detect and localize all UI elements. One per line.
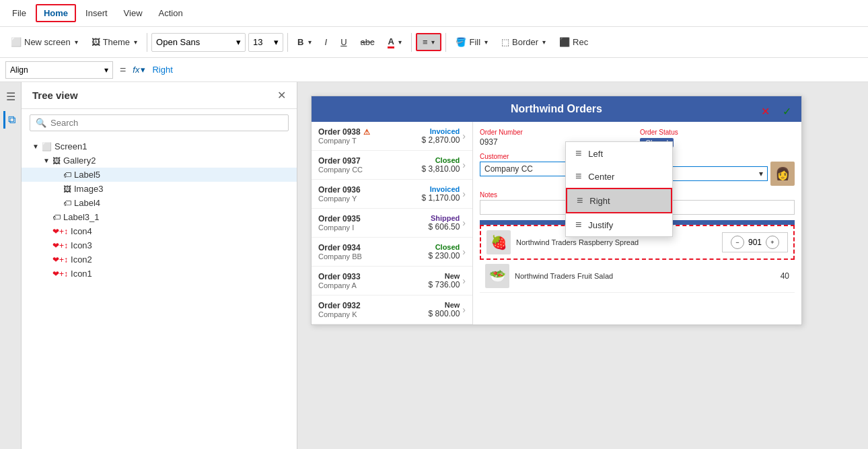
product-name: Northwind Traders Raspberry Spread: [516, 238, 717, 246]
quantity-spinner[interactable]: − 901 +: [722, 232, 788, 252]
underline-button[interactable]: U: [335, 34, 352, 50]
order-status: Closed: [429, 243, 460, 251]
order-info: Order 0937 Company CC: [318, 156, 422, 174]
order-info: Order 0935 Company I: [318, 214, 429, 232]
tree-item-label4[interactable]: 🏷 Label4: [22, 196, 297, 210]
expand-spacer: [43, 213, 51, 221]
sidebar-close-button[interactable]: ✕: [277, 89, 286, 102]
hamburger-icon[interactable]: ☰: [3, 88, 18, 106]
cancel-button[interactable]: ✕: [756, 102, 774, 120]
expand-spacer: [43, 270, 51, 277]
separator-4: [445, 33, 446, 52]
chevron-right-icon: ›: [462, 188, 466, 199]
menu-bar: File Home Insert View Action: [0, 0, 868, 27]
field-dropdown[interactable]: Align ▾: [5, 61, 113, 79]
order-item[interactable]: Order 0935 Company I Shipped $ 606.50 ›: [312, 209, 472, 238]
tree-label: Image3: [74, 184, 103, 194]
align-center-option[interactable]: ≡ Center: [566, 165, 672, 188]
fill-chevron: ▾: [484, 38, 488, 46]
align-button[interactable]: ≡ ▾: [416, 33, 442, 51]
italic-button[interactable]: I: [320, 34, 333, 50]
expand-spacer: [43, 256, 51, 263]
order-number: Order 0937: [318, 156, 422, 166]
label-icon: 🏷: [52, 213, 61, 222]
tree-item-label5[interactable]: 🏷 Label5: [22, 168, 297, 182]
font-family-selector[interactable]: Open Sans ▾: [151, 33, 246, 52]
order-company: Company CC: [318, 166, 422, 174]
tree-item-icon4[interactable]: ❤+↕ Icon4: [22, 224, 297, 238]
align-justify-option[interactable]: ≡ Justify: [566, 213, 672, 236]
fill-button[interactable]: 🪣 Fill ▾: [450, 34, 493, 50]
font-color-chevron: ▾: [398, 38, 402, 46]
order-item[interactable]: Order 0933 Company A New $ 736.00 ›: [312, 267, 472, 296]
order-amount: $ 230.00: [429, 251, 460, 261]
screen-icon: ⬜: [42, 142, 52, 151]
qty-increment-button[interactable]: +: [766, 236, 779, 249]
fx-label[interactable]: fx ▾: [133, 65, 145, 75]
order-item[interactable]: Order 0938 ⚠ Company T Invoiced $ 2,870.…: [312, 122, 472, 151]
left-strip: ☰ ⧉: [0, 82, 22, 449]
theme-button[interactable]: 🖼 Theme ▾: [86, 34, 143, 50]
app-header: Northwind Orders: [312, 96, 801, 122]
tree-item-gallery2[interactable]: ▼ 🖼 Gallery2: [22, 153, 297, 168]
tree-item-screen1[interactable]: ▼ ⬜ Screen1: [22, 139, 297, 153]
font-size-selector[interactable]: 13 ▾: [248, 33, 283, 52]
rec-button[interactable]: ⬛ Rec: [554, 34, 593, 50]
new-screen-button[interactable]: ⬜ New screen ▾: [5, 34, 83, 50]
font-color-button[interactable]: A ▾: [382, 34, 406, 51]
menu-insert[interactable]: Insert: [79, 5, 114, 21]
equals-sign: =: [117, 64, 129, 76]
formula-value: Right: [152, 65, 172, 75]
qty-decrement-button[interactable]: −: [731, 236, 744, 249]
product-qty: 40: [769, 271, 789, 281]
order-number: Order 0935: [318, 214, 429, 223]
tree-item-image3[interactable]: 🖼 Image3: [22, 182, 297, 196]
tree-label: Label5: [74, 170, 100, 180]
tree-label: Icon4: [71, 226, 92, 236]
order-info: Order 0933 Company A: [318, 272, 429, 289]
product-thumbnail: 🍓: [486, 230, 511, 254]
menu-file[interactable]: File: [5, 5, 33, 21]
tree-item-icon1[interactable]: ❤+↕ Icon1: [22, 267, 297, 281]
order-number: Order 0934: [318, 243, 429, 252]
order-company: Company BB: [318, 252, 429, 261]
search-input[interactable]: [50, 118, 283, 128]
expand-spacer: [54, 185, 62, 193]
separator-3: [411, 33, 412, 52]
expand-spacer: [43, 228, 51, 235]
border-chevron: ▾: [542, 38, 546, 46]
menu-view[interactable]: View: [117, 5, 149, 21]
product-thumbnail: 🥗: [485, 264, 509, 288]
tree-item-icon3[interactable]: ❤+↕ Icon3: [22, 238, 297, 252]
tree-item-label3-1[interactable]: 🏷 Label3_1: [22, 210, 297, 224]
icon-icon: ❤+↕: [52, 241, 68, 250]
main-layout: ☰ ⧉ Tree view ✕ 🔍 ▼ ⬜ Screen1 ▼ 🖼 Galler…: [0, 82, 868, 449]
order-item[interactable]: Order 0934 Company BB Closed $ 230.00 ›: [312, 238, 472, 267]
order-item[interactable]: Order 0937 Company CC Closed $ 3,810.00 …: [312, 151, 472, 180]
chevron-right-icon: ›: [462, 246, 466, 257]
order-item[interactable]: Order 0932 Company K New $ 800.00 ›: [312, 296, 472, 324]
app-screen: Northwind Orders Order 0938 ⚠ Company T: [311, 96, 802, 325]
search-icon: 🔍: [36, 118, 46, 128]
align-justify-icon: ≡: [575, 219, 581, 231]
chevron-right-icon: ›: [462, 275, 466, 286]
product-row[interactable]: 🥗 Northwind Traders Fruit Salad 40: [480, 260, 795, 293]
strikethrough-button[interactable]: abc: [355, 34, 380, 50]
confirm-button[interactable]: ✓: [777, 102, 796, 120]
layers-icon[interactable]: ⧉: [3, 111, 18, 129]
separator-1: [147, 33, 147, 52]
border-button[interactable]: ⬚ Border ▾: [496, 34, 551, 50]
tree-item-icon2[interactable]: ❤+↕ Icon2: [22, 252, 297, 267]
order-item[interactable]: Order 0936 Company Y Invoiced $ 1,170.00…: [312, 180, 472, 209]
chevron-right-icon: ›: [462, 217, 466, 228]
menu-home[interactable]: Home: [36, 4, 76, 22]
order-status: Invoiced: [422, 185, 460, 193]
new-screen-chevron: ▾: [75, 38, 78, 46]
align-left-option[interactable]: ≡ Left: [566, 142, 672, 165]
order-number: Order 0936: [318, 185, 422, 195]
align-right-option[interactable]: ≡ Right: [566, 188, 672, 213]
bold-button[interactable]: B ▾: [292, 34, 316, 50]
tree-label: Icon3: [71, 240, 92, 250]
formula-bar: Align ▾ = fx ▾ Right: [0, 58, 868, 82]
menu-action[interactable]: Action: [152, 5, 190, 21]
